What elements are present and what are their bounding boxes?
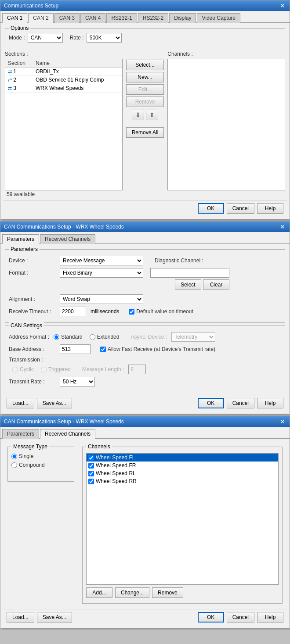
list-item[interactable]: Wheel Speed FR: [87, 462, 278, 469]
alignment-select[interactable]: Word Swap: [60, 294, 143, 304]
tab-received-channels[interactable]: Received Channels: [40, 234, 95, 244]
tab-video-capture[interactable]: Video Capture: [197, 13, 240, 23]
tab-parameters[interactable]: Parameters: [2, 234, 39, 244]
parameters-group: Parameters Device : Receive Message Diag…: [5, 249, 285, 323]
tab-can1[interactable]: CAN 1: [2, 13, 27, 23]
remove-channel-button[interactable]: Remove: [152, 587, 183, 598]
new-section-button[interactable]: New...: [126, 72, 164, 82]
sync-icon-2: ⇄: [8, 77, 12, 82]
async-device-select[interactable]: Telemetry: [171, 332, 215, 342]
row2-section: ⇄ 2: [5, 76, 33, 84]
received-channels-layout: Message Type Single Compound: [3, 441, 287, 609]
window2-close-button[interactable]: ✕: [279, 224, 286, 230]
edit-section-button[interactable]: Edit...: [126, 84, 164, 95]
default-value-checkbox[interactable]: [129, 309, 134, 315]
diagnostic-select-button[interactable]: Select: [175, 279, 201, 290]
window3-tab-bar: Parameters Received Channels: [0, 427, 290, 439]
channels-list-3[interactable]: Wheel Speed FL Wheel Speed FR Wheel Spee…: [86, 453, 279, 585]
diagnostic-input[interactable]: [150, 268, 229, 278]
tab-can4[interactable]: CAN 4: [80, 13, 105, 23]
channel-checkbox-2[interactable]: [88, 463, 94, 469]
can-settings-title: CAN Settings: [9, 322, 44, 329]
extended-label: Extended: [97, 334, 120, 340]
extended-radio[interactable]: [90, 334, 95, 340]
standard-radio[interactable]: [54, 334, 59, 340]
list-item[interactable]: Wheel Speed RL: [87, 469, 278, 477]
window1-titlebar: Communications Setup ✕: [0, 0, 290, 11]
list-item[interactable]: Wheel Speed RR: [87, 477, 278, 485]
mode-select[interactable]: CAN: [28, 33, 63, 43]
compound-label: Compound: [19, 462, 45, 468]
tab-rs232-2[interactable]: RS232-2: [138, 13, 168, 23]
allow-fast-receive-checkbox[interactable]: [100, 347, 106, 352]
cyclic-radio[interactable]: [12, 367, 18, 372]
receive-timeout-input[interactable]: [60, 307, 86, 316]
help-button[interactable]: Help: [257, 203, 283, 214]
channel-checkbox-3[interactable]: [88, 471, 94, 476]
load-button-3[interactable]: Load...: [7, 612, 34, 623]
ok-button-3[interactable]: OK: [198, 612, 224, 623]
cancel-button-3[interactable]: Cancel: [227, 612, 254, 623]
tab-received-channels-3[interactable]: Received Channels: [40, 429, 95, 439]
save-as-button-3[interactable]: Save As...: [37, 612, 72, 623]
format-select[interactable]: Fixed Binary: [60, 268, 143, 278]
window1-button-bar: OK Cancel Help: [3, 200, 287, 216]
window3-titlebar: CAN Communications Setup - WRX Wheel Spe…: [0, 416, 290, 427]
cancel-button[interactable]: Cancel: [227, 203, 254, 214]
device-select[interactable]: Receive Message: [60, 256, 143, 265]
channels-list[interactable]: [167, 59, 285, 190]
tab-can2[interactable]: CAN 2: [28, 13, 53, 23]
move-up-button[interactable]: ⇧: [146, 110, 158, 120]
table-row[interactable]: ⇄ 3 WRX Wheel Speeds: [5, 84, 122, 93]
options-group: Options Mode : CAN Rate : 500K: [5, 28, 285, 48]
sections-list[interactable]: Section Name ⇄ 1 OBDII_Tx: [5, 59, 123, 190]
window2-titlebar: CAN Communications Setup - WRX Wheel Spe…: [0, 222, 290, 232]
sections-area: Sections : Section Name: [5, 51, 123, 198]
section-buttons: Select... New... Edit... Remove ⇩ ⇧ Remo…: [124, 51, 166, 138]
message-length-input[interactable]: [128, 365, 146, 374]
ok-button[interactable]: OK: [198, 203, 224, 214]
available-status: 59 available: [5, 190, 123, 198]
standard-label: Standard: [61, 334, 83, 340]
window3-close-button[interactable]: ✕: [279, 419, 286, 425]
transmission-label: Transmission :: [9, 357, 43, 363]
channel-name-3: Wheel Speed RL: [96, 470, 136, 476]
select-section-button[interactable]: Select...: [126, 60, 164, 70]
add-channel-button[interactable]: Add...: [86, 587, 112, 598]
diagnostic-clear-button[interactable]: Clear: [203, 279, 229, 290]
alignment-label: Alignment :: [9, 296, 57, 302]
message-type-radios: Single Compound: [11, 453, 70, 468]
save-as-button[interactable]: Save As...: [37, 398, 72, 408]
window3-content: Message Type Single Compound: [0, 439, 290, 628]
help-button-3[interactable]: Help: [257, 612, 283, 623]
compound-radio[interactable]: [11, 462, 17, 468]
list-item[interactable]: Wheel Speed FL: [87, 454, 278, 462]
load-button[interactable]: Load...: [7, 398, 34, 408]
channel-checkbox-4[interactable]: [88, 479, 94, 484]
window1-close-button[interactable]: ✕: [279, 3, 286, 9]
tab-can3[interactable]: CAN 3: [54, 13, 80, 23]
cancel-button-2[interactable]: Cancel: [227, 398, 254, 408]
remove-all-button[interactable]: Remove All: [126, 127, 164, 138]
table-row[interactable]: ⇄ 1 OBDII_Tx: [5, 68, 122, 76]
ok-button-2[interactable]: OK: [198, 398, 224, 408]
row3-name: WRX Wheel Speeds: [33, 84, 122, 93]
base-address-input[interactable]: [60, 344, 91, 354]
channels-group: Channels Wheel Speed FL Wheel Speed FR: [82, 447, 283, 604]
transmit-rate-select[interactable]: 50 Hz: [60, 377, 95, 386]
transmit-rate-label: Transmit Rate :: [9, 379, 57, 385]
single-radio[interactable]: [11, 454, 17, 459]
tab-display[interactable]: Display: [169, 13, 196, 23]
channel-checkbox-1[interactable]: [88, 455, 94, 461]
channels-group-area: Channels Wheel Speed FL Wheel Speed FR: [80, 444, 284, 606]
tab-parameters-3[interactable]: Parameters: [2, 429, 39, 439]
help-button-2[interactable]: Help: [257, 398, 283, 408]
table-row[interactable]: ⇄ 2 OBD Service 01 Reply Comp: [5, 76, 122, 84]
change-channel-button[interactable]: Change...: [115, 587, 149, 598]
move-down-button[interactable]: ⇩: [132, 110, 144, 120]
message-type-area: Message Type Single Compound: [6, 444, 76, 606]
remove-section-button[interactable]: Remove: [126, 97, 164, 107]
triggered-radio[interactable]: [41, 367, 47, 372]
tab-rs232-1[interactable]: RS232-1: [106, 13, 137, 23]
rate-select[interactable]: 500K: [87, 33, 122, 43]
